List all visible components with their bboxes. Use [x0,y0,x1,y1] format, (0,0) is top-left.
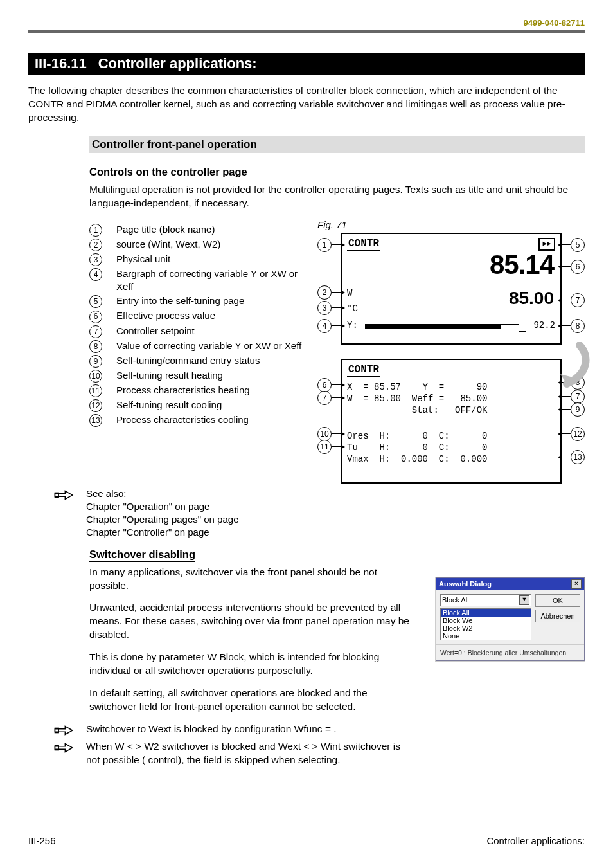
footer-page-number: III-256 [28,835,56,846]
callout-3: 3 [317,301,332,315]
w-label: W [347,288,352,298]
section-title: Controller applications: [93,53,585,75]
legend-text-9: Self-tuning/command entry status [116,354,260,367]
callout-11: 11 [317,440,332,454]
callout-10: 10 [317,427,332,441]
legend-num-6: 6 [89,311,102,323]
callout-6b: 6 [317,378,332,392]
panel-title: CONTR [347,237,380,251]
dialog-option-1[interactable]: Block We [441,617,531,624]
st-line-5: Tu H: 0 C: 0 [347,442,487,453]
pointing-hand-icon [54,723,80,741]
panel-title-2: CONTR [347,363,380,377]
dialog-title: Auswahl Dialog [439,580,492,588]
switch-p4: In default setting, all switchover opera… [89,687,415,714]
callout-9: 9 [571,402,585,417]
switch-p3: This is done by parameter W Block, which… [89,651,415,678]
legend-text-5: Entry into the self-tuning page [116,294,244,307]
dialog-option-0[interactable]: Block All [441,609,531,617]
see-also-line-1: Chapter "Operation" on page [86,500,238,513]
callout-8: 8 [571,319,585,333]
dialog-note: Wert=0 : Blockierung aller Umschaltungen [436,644,584,660]
legend-text-2: source (Wint, Wext, W2) [116,238,220,251]
section-header: III-16.11 Controller applications: [28,53,585,75]
legend-num-2: 2 [89,239,102,251]
st-line-6: Vmax H: 0.000 C: 0.000 [347,454,487,464]
top-rule [28,30,585,33]
y-value: 92.2 [533,320,555,330]
legend-num-8: 8 [89,340,102,353]
dialog-close-button[interactable]: × [571,579,582,589]
legend-text-4: Bargraph of correcting variable Y or XW … [116,267,305,294]
controller-panel-top: CONTR ▶▶ 85.14 W °C 85.00 Y: 92.2 [341,233,562,345]
dialog-option-list[interactable]: Block All Block We Block W2 None [440,608,531,640]
st-line-4: Ores H: 0 C: 0 [347,431,487,441]
legend-num-12: 12 [89,399,102,412]
see-also-heading: See also: [86,487,238,500]
process-value: 85.14 [490,249,554,280]
see-also-line-2: Chapter "Operating pages" on page [86,513,238,526]
dialog-cancel-button[interactable]: Abbrechen [535,610,580,622]
legend-text-8: Value of correcting variable Y or XW or … [116,339,301,352]
callout-2: 2 [317,285,332,300]
callout-4: 4 [317,319,332,333]
legend-num-13: 13 [89,414,102,427]
heading-front-panel: Controller front-panel operation [89,136,585,153]
switch-p2: Unwanted, accidental process interventio… [89,601,415,642]
callout-13: 13 [571,450,585,464]
st-line-3: Stat: OFF/OK [347,405,487,415]
heading-controls: Controls on the controller page [89,166,247,179]
switch-note-1: Switchover to Wext is blocked by configu… [86,723,337,736]
controls-intro: Multilingual operation is not provided f… [89,183,585,210]
callout-6: 6 [571,260,585,274]
dialog-ok-button[interactable]: OK [535,594,580,607]
legend-text-7: Controller setpoint [116,325,195,338]
chevron-down-icon[interactable]: ▼ [519,595,529,605]
callout-7b: 7 [317,391,332,405]
document-id: 9499-040-82711 [28,18,585,28]
callout-1: 1 [317,238,332,252]
legend-text-6: Effective process value [116,309,215,322]
legend-text-11: Process characteristics heating [116,384,250,397]
dialog-selected-value: Block All [442,596,469,604]
y-bargraph: Y: 92.2 [347,320,555,330]
legend-num-5: 5 [89,295,102,308]
intro-paragraph: The following chapter describes the comm… [28,84,585,125]
figure-71: CONTR ▶▶ 85.14 W °C 85.00 Y: 92.2 [317,233,585,484]
heading-switchover: Switchover disabling [89,548,195,562]
legend-num-11: 11 [89,384,102,397]
legend-num-7: 7 [89,325,102,338]
legend-text-10: Self-tuning result heating [116,369,223,382]
dialog-option-3[interactable]: None [441,632,531,640]
legend-num-9: 9 [89,355,102,368]
callout-5: 5 [571,238,585,252]
callout-12: 12 [571,427,585,441]
see-also-line-3: Chapter "Controller" on page [86,526,238,539]
switch-note-2: When W < > W2 switchover is blocked and … [86,740,407,767]
legend-num-3: 3 [89,253,102,266]
swoosh-arrow-icon [547,342,592,393]
legend-text-12: Self-tuning result cooling [116,399,222,411]
figure-caption: Fig. 71 [317,219,585,230]
y-label: Y: [347,320,358,330]
legend-list: 1Page title (block name) 2 source (Wint,… [89,223,305,428]
legend-text-13: Process characteristics cooling [116,413,249,426]
setpoint-value: 85.00 [509,288,554,309]
dialog-combobox[interactable]: Block All ▼ [440,594,531,606]
st-line-1: X = 85.57 Y = 90 [347,382,487,392]
unit-label: °C [347,303,358,314]
legend-text-1: Page title (block name) [116,223,215,236]
footer-section-name: Controller applications: [486,835,585,846]
callout-7: 7 [571,293,585,307]
pointing-hand-icon [54,740,80,758]
switch-p1: In many applications, switchover via the… [89,566,415,593]
dialog-option-2[interactable]: Block W2 [441,624,531,632]
page-footer: III-256 Controller applications: [28,831,585,846]
section-number: III-16.11 [28,53,93,75]
legend-num-10: 10 [89,370,102,383]
legend-num-1: 1 [89,224,102,237]
self-tune-button[interactable]: ▶▶ [538,238,555,251]
controller-panel-bottom: CONTR X = 85.57 Y = 90 W = 85.00 Weff = … [341,359,562,484]
pointing-hand-icon [54,487,80,505]
legend-text-3: Physical unit [116,253,170,266]
